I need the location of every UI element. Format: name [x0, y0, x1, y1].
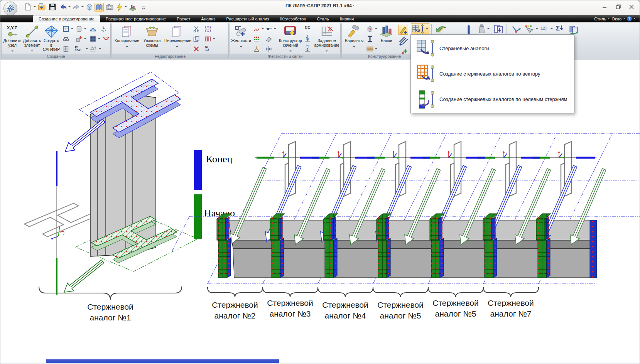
dashed-mesh-caret[interactable]	[99, 48, 101, 51]
select-cursor-icon[interactable]	[524, 24, 534, 35]
tab-advanced-analysis[interactable]: Расширенный анализ	[221, 15, 274, 22]
menu-item-bar-analogs[interactable]: Стержневые аналоги	[411, 35, 574, 61]
section-designer-button[interactable]: Конструктор сечений	[278, 24, 303, 53]
cylinder-icon[interactable]	[76, 25, 83, 32]
svg-text:Стержневой: Стержневой	[488, 298, 534, 307]
green-nodes-icon[interactable]	[253, 35, 260, 42]
move-button[interactable]: Перемещение	[164, 24, 190, 53]
tab-create-edit[interactable]: Создание и редактирование	[33, 15, 100, 22]
return-arrow-icon[interactable]	[436, 25, 447, 35]
red-arrows-icon[interactable]	[253, 25, 260, 32]
scissors-icon[interactable]	[193, 25, 200, 32]
wall-mesh-strip	[217, 214, 231, 278]
weight-icon[interactable]	[478, 24, 486, 34]
group-label-create: Создание	[2, 54, 110, 59]
pin-caret[interactable]	[274, 28, 276, 30]
delete-icon[interactable]	[193, 46, 200, 52]
refresh-pages-icon[interactable]	[568, 24, 579, 35]
fxy-surface-icon[interactable]: z= f(x,y)	[75, 46, 81, 51]
svg-text:аналог №7: аналог №7	[490, 309, 532, 318]
h-section-wireframe	[24, 203, 97, 237]
numbering-icon[interactable]: 12)	[540, 27, 547, 30]
menu-item-create-by-vector[interactable]: Создание стержневых аналогов по вектору	[411, 61, 574, 86]
add-element-button[interactable]: Добавить элемент	[22, 24, 42, 53]
stiffness-button[interactable]: EF Жесткости	[231, 24, 252, 53]
dome-icon[interactable]	[89, 25, 96, 32]
ground-anchor-icon[interactable]	[304, 45, 311, 52]
tab-advanced-edit[interactable]: Расширенное редактирование	[100, 15, 171, 22]
pin-joint-icon[interactable]	[265, 25, 272, 32]
cursor-caret[interactable]	[536, 28, 538, 30]
style-caret[interactable]	[608, 18, 610, 20]
frame-scheme-icon[interactable]	[62, 25, 69, 32]
window-caret[interactable]	[623, 18, 625, 20]
copy-button[interactable]: Копирование	[114, 24, 140, 53]
truss-icon[interactable]	[62, 35, 69, 42]
tab-brick[interactable]: Кирпич	[334, 15, 360, 22]
cc-link-icon[interactable]: CC	[305, 26, 310, 29]
plate-caret[interactable]	[98, 38, 100, 40]
section-designer-icon	[278, 25, 303, 39]
sum-icon[interactable]: Σ	[556, 25, 564, 32]
cable-arc-icon[interactable]	[103, 35, 110, 42]
spring-support-icon[interactable]	[304, 35, 311, 42]
menu-item-create-by-target-bars[interactable]: Создание стержневых аналогов по целевым …	[411, 87, 574, 112]
mirror-icon[interactable]	[204, 35, 211, 42]
tab-reinforced-concrete[interactable]: Железобетон	[274, 15, 311, 22]
bottom-blue-bar	[46, 359, 279, 363]
brick-icon[interactable]	[366, 46, 373, 52]
svg-text:Стержневой: Стержневой	[322, 300, 368, 309]
renumber-icon[interactable]: № 1,2	[205, 46, 209, 51]
ribbon-tab-bar: Создание и редактирование Расширенное ре…	[0, 15, 640, 22]
h-node-icon[interactable]	[265, 46, 272, 52]
dashed-mesh-icon[interactable]	[90, 46, 97, 52]
add-lines-button[interactable]	[399, 36, 408, 46]
hanger-icon[interactable]	[253, 46, 260, 52]
help-icon[interactable]: ?	[627, 16, 632, 21]
blocks-button[interactable]: Блоки	[377, 24, 396, 53]
frame-caret[interactable]	[71, 28, 73, 30]
tab-calculation[interactable]: Расчет	[171, 15, 196, 22]
close-button[interactable]	[626, 3, 637, 11]
concrete-cube-icon[interactable]	[366, 25, 373, 32]
restore-button[interactable]	[613, 3, 624, 11]
points-import-icon[interactable]	[100, 25, 107, 32]
bar-analogs-caret[interactable]	[426, 28, 428, 30]
tab-steel[interactable]: Сталь	[312, 15, 334, 22]
wall-axes-icon	[558, 151, 565, 159]
numbering-caret[interactable]	[551, 28, 553, 30]
cylinder-caret[interactable]	[84, 28, 86, 30]
svg-text:Стержневой: Стержневой	[212, 300, 258, 309]
minimize-button[interactable]	[599, 3, 610, 11]
variants-label: Варианты	[344, 39, 365, 43]
doc-transfer-icon[interactable]	[493, 24, 503, 34]
tab-analysis[interactable]: Анализ	[196, 15, 221, 22]
pack-scheme-label: Упаковка схемы	[140, 39, 164, 47]
fxy-caret[interactable]	[86, 48, 88, 51]
add-node-button[interactable]: X,Y,Z Добавить узел	[3, 24, 22, 53]
bar-analogs-split-button[interactable]	[411, 23, 429, 34]
axes-icon[interactable]	[510, 24, 522, 35]
pack-scheme-button[interactable]: Упаковка схемы	[140, 24, 164, 53]
given-reinforcement-button[interactable]: Заданное армирование	[313, 24, 340, 53]
move-caret[interactable]	[84, 38, 86, 40]
weight-caret[interactable]	[487, 28, 490, 30]
copy-label: Копирование	[114, 39, 140, 43]
help-caret[interactable]	[633, 18, 636, 20]
column-icon[interactable]	[466, 25, 471, 35]
pencil-add-button[interactable]	[398, 25, 408, 35]
building-frame-icon[interactable]	[62, 46, 69, 52]
copy-fragment-icon[interactable]	[193, 35, 200, 42]
ibeam-icon[interactable]	[366, 35, 373, 42]
plate-mesh-icon[interactable]	[89, 35, 96, 42]
mirror-caret[interactable]	[213, 38, 215, 40]
style-menu[interactable]: Стиль	[594, 17, 606, 21]
variants-button[interactable]: Варианты	[344, 24, 365, 53]
select-frame-icon[interactable]	[204, 25, 211, 32]
move-copy-icon[interactable]	[76, 35, 83, 42]
red-arrows-caret[interactable]	[262, 28, 264, 30]
window-menu[interactable]: Окно	[611, 17, 621, 21]
wall-axes-icon	[448, 151, 455, 159]
plate-joint-icon[interactable]	[265, 35, 272, 42]
create-sapfir-button[interactable]: Создать в САПФИР	[42, 24, 61, 53]
